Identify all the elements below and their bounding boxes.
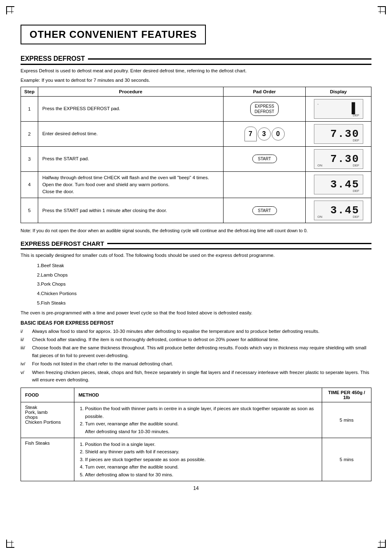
preprogrammed-text: The oven is pre-programmed with a time a…	[21, 309, 371, 316]
food-list-item: 1.Beef Steak	[37, 261, 371, 270]
chart-food-0: SteakPork, lambchopsChicken Portions	[21, 402, 74, 438]
step-pad-3	[224, 171, 306, 198]
col-display: Display	[306, 87, 371, 96]
chart-intro: This is specially designed for smaller c…	[21, 252, 371, 259]
chart-food-1: Fish Steaks	[21, 438, 74, 481]
step-display-4: 3.45ONDEF	[306, 198, 371, 223]
step-procedure-4: Press the START pad within 1 minute afte…	[38, 198, 223, 223]
ideas-list: i/Always allow food to stand for approx.…	[21, 328, 371, 384]
step-procedure-0: Press the EXPRESS DEFROST pad.	[38, 96, 223, 121]
idea-item: ii/Check food after standing. If the ite…	[21, 336, 371, 343]
page-title: OTHER CONVENIENT FEATURES	[30, 29, 197, 40]
title-line	[88, 58, 371, 60]
step-display-2: 7.30ONDEF	[306, 146, 371, 171]
chart-title-line	[107, 243, 371, 244]
chart-col-method: METHOD	[74, 388, 322, 402]
note-text: Note: If you do not open the door when a…	[21, 227, 371, 234]
corner-mark-tl	[6, 6, 14, 14]
step-pad-4: START	[224, 198, 306, 223]
step-display-3: 3.45DEF	[306, 171, 371, 198]
corner-mark-br	[378, 540, 386, 548]
step-num-2: 3	[21, 146, 38, 171]
idea-item: i/Always allow food to stand for approx.…	[21, 328, 371, 335]
step-num-3: 4	[21, 171, 38, 198]
step-display-0: · ▌DEF	[306, 96, 371, 121]
corner-mark-tr	[378, 6, 386, 14]
tick-tr-v	[380, 6, 380, 14]
step-num-4: 5	[21, 198, 38, 223]
step-display-1: 7.30DEF	[306, 121, 371, 146]
tick-tl-h	[6, 12, 14, 12]
page-number: 14	[21, 485, 371, 491]
step-num-0: 1	[21, 96, 38, 121]
express-defrost-title: EXPRESS DEFROST	[21, 55, 371, 65]
step-pad-2: START	[224, 146, 306, 171]
chart-col-time: TIME PER 450g / 1lb	[322, 388, 371, 402]
tick-tl-v	[12, 6, 12, 14]
col-pad-order: Pad Order	[224, 87, 306, 96]
chart-time-1: 5 mins	[322, 438, 371, 481]
corner-mark-bl	[6, 540, 14, 548]
tick-bl-v	[12, 540, 12, 548]
step-num-1: 2	[21, 121, 38, 146]
col-step: Step	[21, 87, 38, 96]
food-list-item: 4.Chicken Portions	[37, 289, 371, 298]
step-procedure-3: Halfway through defrost time CHECK will …	[38, 171, 223, 198]
idea-item: v/When freezing chicken pieces, steak, c…	[21, 369, 371, 384]
tick-br-v	[380, 540, 380, 548]
food-list-item: 5.Fish Steaks	[37, 299, 371, 307]
step-procedure-2: Press the START pad.	[38, 146, 223, 171]
chart-section-title: EXPRESS DEFROST CHART	[21, 240, 104, 247]
chart-col-food: FOOD	[21, 388, 74, 402]
tick-tr-h	[378, 12, 386, 12]
col-procedure: Procedure	[38, 87, 223, 96]
step-pad-1: 730	[224, 121, 306, 146]
food-list: 1.Beef Steak2.Lamb Chops3.Pork Chops4.Ch…	[37, 261, 371, 307]
express-defrost-section: EXPRESS DEFROST Express Defrost is used …	[21, 55, 371, 234]
chart-method-0: Position the food with thinner parts in …	[74, 402, 322, 438]
idea-item: iii/Choose foods that are the same thick…	[21, 344, 371, 359]
chart-table: FOOD METHOD TIME PER 450g / 1lb SteakPor…	[21, 388, 371, 481]
step-procedure-1: Enter desired defrost time.	[38, 121, 223, 146]
intro-line2: Example: If you want to defrost for 7 mi…	[21, 77, 371, 84]
main-title-box: OTHER CONVENIENT FEATURES	[21, 25, 206, 44]
tick-br-h	[378, 542, 386, 542]
idea-item: iv/For foods not listed in the chart ref…	[21, 360, 371, 367]
intro-line1: Express Defrost is used to defrost meat …	[21, 67, 371, 74]
food-list-item: 3.Pork Chops	[37, 280, 371, 289]
food-list-item: 2.Lamb Chops	[37, 271, 371, 279]
chart-time-0: 5 mins	[322, 402, 371, 438]
chart-method-1: Position the food in a single layer.Shie…	[74, 438, 322, 481]
basic-ideas-title: BASIC IDEAS FOR EXPRESS DEFROST	[21, 320, 371, 326]
step-pad-0: EXPRESSDEFROST	[224, 96, 306, 121]
steps-table: Step Procedure Pad Order Display 1Press …	[21, 87, 371, 224]
express-defrost-chart-section: EXPRESS DEFROST CHART This is specially …	[21, 240, 371, 481]
tick-bl-h	[6, 542, 14, 542]
